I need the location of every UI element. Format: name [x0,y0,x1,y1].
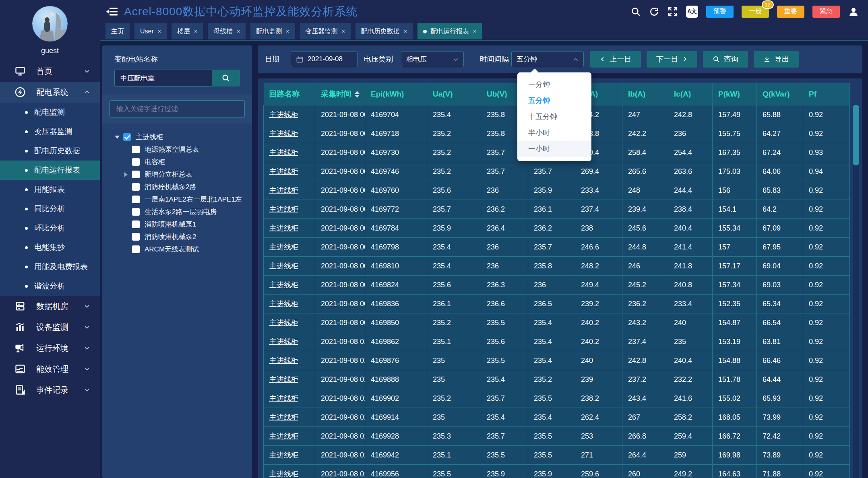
circuit-name-cell[interactable]: 主进线柜 [264,313,315,332]
prev-day-button[interactable]: 上一日 [590,51,641,68]
sidebar-subitem-用能报表[interactable]: 用能报表 [0,180,100,199]
fullscreen-icon[interactable] [668,6,678,17]
tree-node-电容柜[interactable]: 电容柜 [114,156,240,168]
tree-node-生活水泵2路一层弱电房[interactable]: 生活水泵2路一层弱电房 [114,206,240,218]
sidebar-subitem-环比分析[interactable]: 环比分析 [0,218,100,238]
sort-icon[interactable] [355,91,360,98]
tab-配电监测[interactable]: 配电监测× [250,23,295,39]
tab-楼层[interactable]: 楼层× [172,23,203,39]
sidebar-item-能效管理[interactable]: 能效管理 [0,358,100,379]
tree-node-ARCM无线表测试[interactable]: ARCM无线表测试 [114,243,240,255]
circuit-name-cell[interactable]: 主进线柜 [264,351,315,370]
tab-配电运行报表[interactable]: 配电运行报表× [417,23,482,39]
alarm-badge-预警[interactable]: 预警 [706,6,734,18]
sidebar-collapse-icon[interactable] [106,7,118,16]
sidebar-subitem-用能及电费报表[interactable]: 用能及电费报表 [0,257,100,276]
interval-option-一分钟[interactable]: 一分钟 [517,76,591,93]
sidebar-subitem-配电运行报表[interactable]: 配电运行报表 [0,161,100,180]
tab-close-icon[interactable]: × [194,28,197,35]
circuit-name-cell[interactable]: 主进线柜 [264,465,315,478]
user-icon[interactable] [848,6,859,17]
sidebar-subitem-电能集抄[interactable]: 电能集抄 [0,238,100,257]
tab-close-icon[interactable]: × [404,28,407,35]
sidebar-subitem-变压器监测[interactable]: 变压器监测 [0,122,100,141]
interval-option-十五分钟[interactable]: 十五分钟 [517,109,591,125]
tab-变压器监测[interactable]: 变压器监测× [300,23,351,39]
next-day-button[interactable]: 下一日 [647,51,697,68]
sidebar-subitem-同比分析[interactable]: 同比分析 [0,199,100,218]
tree-node-主进线柜[interactable]: 主进线柜 [114,131,240,143]
tab-主页[interactable]: 主页 [105,23,130,39]
circuit-name-cell[interactable]: 主进线柜 [264,257,315,276]
tree-node-消防栓机械泵2路[interactable]: 消防栓机械泵2路 [114,181,240,193]
tree-checkbox[interactable] [132,196,140,203]
tab-close-icon[interactable]: × [237,28,240,35]
circuit-name-cell[interactable]: 主进线柜 [264,427,315,446]
sidebar-subitem-配电历史数据[interactable]: 配电历史数据 [0,141,100,161]
search-icon[interactable] [630,6,641,17]
circuit-name-cell[interactable]: 主进线柜 [264,200,315,219]
tree-checkbox[interactable] [132,146,140,153]
tab-close-icon[interactable]: × [286,28,289,35]
tree-checkbox[interactable] [132,233,140,241]
column-header-采集时间[interactable]: 采集时间 [315,83,365,105]
query-button[interactable]: 查询 [703,51,748,68]
sidebar-item-配电系统[interactable]: 配电系统 [0,82,100,103]
tree-node-新增分立柜总表[interactable]: 新增分立柜总表 [114,168,240,181]
circuit-name-cell[interactable]: 主进线柜 [264,162,315,181]
alarm-badge-一般[interactable]: 一般12 [742,6,769,18]
circuit-name-cell[interactable]: 主进线柜 [264,332,315,351]
circuit-name-cell[interactable]: 主进线柜 [264,181,315,200]
vertical-scrollbar-thumb[interactable] [853,105,859,165]
station-name-input[interactable] [114,70,212,87]
circuit-name-cell[interactable]: 主进线柜 [264,408,315,427]
circuit-name-cell[interactable]: 主进线柜 [264,276,315,295]
tree-node-一层南1APE2右一层北1APE1左[interactable]: 一层南1APE2右一层北1APE1左 [114,193,240,206]
sidebar-item-事件记录[interactable]: 事件记录 [0,379,100,400]
tree-checkbox[interactable] [132,220,140,228]
tab-User[interactable]: User× [134,23,167,39]
interval-option-五分钟[interactable]: 五分钟 [517,93,591,109]
alarm-badge-紧急[interactable]: 紧急 [812,6,840,18]
circuit-name-cell[interactable]: 主进线柜 [264,105,315,124]
circuit-name-cell[interactable]: 主进线柜 [264,446,315,465]
export-button[interactable]: 导出 [754,51,799,68]
sidebar-item-设备监测[interactable]: 设备监测 [0,317,100,338]
tab-close-icon[interactable]: × [342,28,345,35]
tree-node-消防喷淋机械泵2[interactable]: 消防喷淋机械泵2 [114,231,240,243]
sidebar-item-数据机房[interactable]: 数据机房 [0,296,100,317]
circuit-name-cell[interactable]: 主进线柜 [264,295,315,313]
refresh-icon[interactable] [649,6,659,17]
tree-checkbox[interactable] [132,158,140,166]
sidebar-subitem-谐波分析[interactable]: 谐波分析 [0,276,100,296]
tree-filter-input[interactable] [110,100,245,118]
avatar[interactable] [32,6,68,42]
voltage-type-select[interactable]: 相电压 [401,51,464,67]
tree-checkbox[interactable] [132,183,140,191]
sidebar-subitem-配电监测[interactable]: 配电监测 [0,103,100,122]
station-search-button[interactable] [212,70,240,87]
language-switch-icon[interactable]: A文 [686,6,698,18]
tab-close-icon[interactable]: × [158,28,161,35]
caret-right-icon[interactable] [123,172,129,177]
sidebar-item-首页[interactable]: 首页 [0,61,100,82]
circuit-name-cell[interactable]: 主进线柜 [264,219,315,238]
caret-down-icon[interactable] [114,136,120,139]
circuit-name-cell[interactable]: 主进线柜 [264,143,315,162]
tab-close-icon[interactable]: × [473,28,476,35]
tree-checkbox[interactable] [132,171,140,178]
tree-checkbox[interactable] [123,133,131,141]
circuit-name-cell[interactable]: 主进线柜 [264,370,315,389]
interval-option-一小时[interactable]: 一小时 [517,141,591,157]
tab-母线槽[interactable]: 母线槽× [208,23,246,39]
tree-checkbox[interactable] [132,245,140,253]
interval-select[interactable]: 五分钟 [511,51,584,67]
sidebar-item-运行环境[interactable]: 运行环境 [0,338,100,358]
interval-option-半小时[interactable]: 半小时 [517,125,591,141]
tree-node-地源热泵空调总表[interactable]: 地源热泵空调总表 [114,143,240,156]
tree-checkbox[interactable] [132,208,140,216]
date-picker[interactable]: 2021-09-08 [291,51,358,67]
circuit-name-cell[interactable]: 主进线柜 [264,124,315,143]
tab-配电历史数据[interactable]: 配电历史数据× [355,23,413,39]
alarm-badge-重要[interactable]: 重要 [777,6,804,18]
